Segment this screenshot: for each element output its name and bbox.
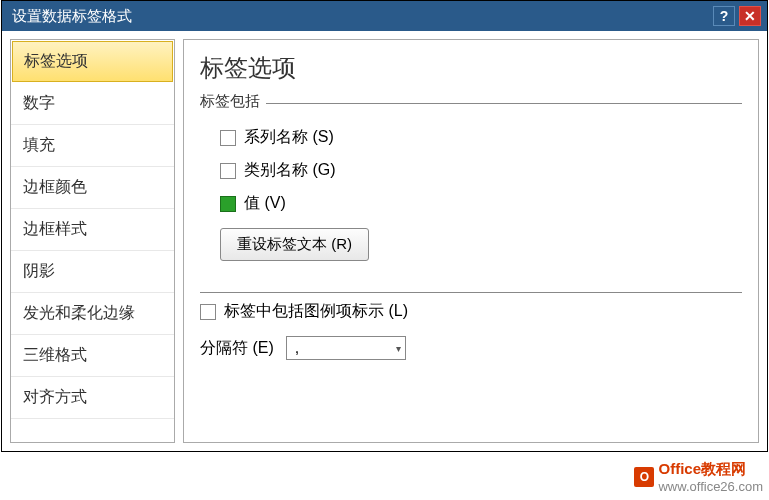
sidebar-item-glow[interactable]: 发光和柔化边缘 [11,293,174,335]
sidebar-item-alignment[interactable]: 对齐方式 [11,377,174,419]
checkbox-icon [220,196,236,212]
separator-row: 分隔符 (E) , ▾ [200,328,742,360]
sidebar-item-border-color[interactable]: 边框颜色 [11,167,174,209]
watermark-url: www.office26.com [658,479,763,494]
label-contains-group: 标签包括 系列名称 (S) 类别名称 (G) 值 (V) 重设标签文本 (R) [200,92,742,265]
sidebar-item-3d-format[interactable]: 三维格式 [11,335,174,377]
checkbox-row-value[interactable]: 值 (V) [220,187,742,220]
sidebar-item-shadow[interactable]: 阴影 [11,251,174,293]
content-panel: 标签选项 标签包括 系列名称 (S) 类别名称 (G) 值 (V) [183,39,759,443]
checkbox-label: 标签中包括图例项标示 (L) [224,301,408,322]
select-value: , [295,339,299,357]
separator-select[interactable]: , ▾ [286,336,406,360]
close-button[interactable]: ✕ [739,6,761,26]
titlebar-buttons: ? ✕ [713,6,761,26]
watermark-brand: Office教程网 [658,460,763,479]
group-legend: 标签包括 [200,92,266,111]
separator-label: 分隔符 (E) [200,338,274,359]
sidebar-item-border-style[interactable]: 边框样式 [11,209,174,251]
sidebar-item-label-options[interactable]: 标签选项 [12,41,173,82]
checkbox-label: 系列名称 (S) [244,127,334,148]
help-button[interactable]: ? [713,6,735,26]
panel-title: 标签选项 [200,52,742,84]
dialog-body: 标签选项 数字 填充 边框颜色 边框样式 阴影 发光和柔化边缘 三维格式 对齐方… [2,31,767,451]
watermark: O Office教程网 www.office26.com [634,460,763,494]
checkbox-icon [200,304,216,320]
checkbox-row-category-name[interactable]: 类别名称 (G) [220,154,742,187]
watermark-text: Office教程网 www.office26.com [658,460,763,494]
dialog: 设置数据标签格式 ? ✕ 标签选项 数字 填充 边框颜色 边框样式 阴影 发光和… [1,0,768,452]
chevron-down-icon: ▾ [396,343,401,354]
checkbox-icon [220,163,236,179]
sidebar: 标签选项 数字 填充 边框颜色 边框样式 阴影 发光和柔化边缘 三维格式 对齐方… [10,39,175,443]
checkbox-row-series-name[interactable]: 系列名称 (S) [220,121,742,154]
dialog-title: 设置数据标签格式 [8,7,132,26]
checkbox-icon [220,130,236,146]
reset-label-text-button[interactable]: 重设标签文本 (R) [220,228,369,261]
watermark-logo-icon: O [634,467,654,487]
divider [200,292,742,293]
group-content: 系列名称 (S) 类别名称 (G) 值 (V) 重设标签文本 (R) [200,111,742,265]
divider [200,103,742,104]
sidebar-item-number[interactable]: 数字 [11,83,174,125]
sidebar-item-fill[interactable]: 填充 [11,125,174,167]
titlebar: 设置数据标签格式 ? ✕ [2,1,767,31]
checkbox-row-legend-key[interactable]: 标签中包括图例项标示 (L) [200,295,742,328]
lower-group: 标签中包括图例项标示 (L) 分隔符 (E) , ▾ [200,281,742,360]
checkbox-label: 值 (V) [244,193,286,214]
checkbox-label: 类别名称 (G) [244,160,336,181]
